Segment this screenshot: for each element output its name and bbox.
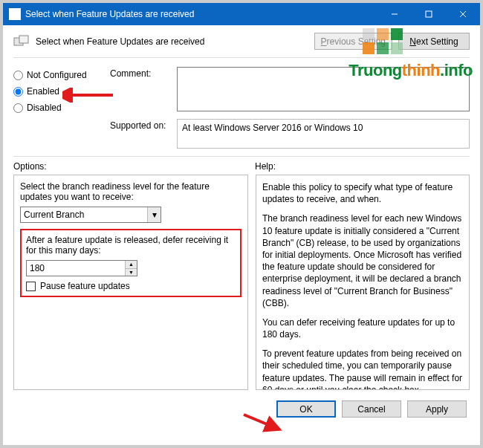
spinner-up-icon[interactable]: ▲ <box>126 261 137 269</box>
supported-on-label: Supported on: <box>110 119 177 149</box>
maximize-button[interactable] <box>412 3 446 25</box>
defer-days-value: 180 <box>30 263 45 273</box>
state-radiogroup: Not Configured Enabled Disabled <box>13 67 110 149</box>
ok-button[interactable]: OK <box>276 400 336 418</box>
help-text: Enable this policy to specify what type … <box>262 181 463 205</box>
cancel-button[interactable]: Cancel <box>342 400 401 418</box>
spinner-down-icon[interactable]: ▼ <box>126 269 137 276</box>
next-setting-button[interactable]: Next Setting <box>398 33 470 50</box>
defer-days-spinner[interactable]: 180 ▲ ▼ <box>26 260 137 276</box>
options-pane: Select the branch readiness level for th… <box>13 175 248 390</box>
policy-icon <box>13 35 30 48</box>
titlebar: Select when Feature Updates are received <box>3 3 480 25</box>
spinner-buttons[interactable]: ▲ ▼ <box>125 261 137 276</box>
section-labels: Options: Help: <box>3 161 480 175</box>
chevron-down-icon: ▾ <box>147 207 161 222</box>
options-label: Options: <box>13 161 255 172</box>
branch-readiness-label: Select the branch readiness level for th… <box>20 181 242 202</box>
help-text: To prevent feature updates from being re… <box>262 348 463 390</box>
pause-feature-updates-checkbox[interactable] <box>26 282 36 291</box>
branch-readiness-combobox[interactable]: Current Branch ▾ <box>20 207 161 223</box>
top-config-panel: Not Configured Enabled Disabled Comment:… <box>3 64 480 156</box>
annotation-red-box: After a feature update is released, defe… <box>20 229 242 297</box>
branch-readiness-value: Current Branch <box>24 210 84 220</box>
defer-days-label: After a feature update is released, defe… <box>26 235 236 256</box>
comment-label: Comment: <box>110 67 177 111</box>
window-title: Select when Feature Updates are received <box>25 9 377 19</box>
radio-enabled-label: Enabled <box>27 86 59 97</box>
help-pane[interactable]: Enable this policy to specify what type … <box>256 175 470 390</box>
help-label: Help: <box>255 161 276 172</box>
comment-input[interactable] <box>177 67 470 111</box>
svg-rect-1 <box>426 11 432 17</box>
close-button[interactable] <box>446 3 480 25</box>
panes: Select the branch readiness level for th… <box>3 175 480 390</box>
supported-on-value: At least Windows Server 2016 or Windows … <box>177 119 470 149</box>
help-text: You can defer receiving feature updates … <box>262 316 463 340</box>
divider <box>13 57 470 58</box>
header-row: Select when Feature Updates are received… <box>3 25 480 54</box>
help-text: The branch readiness level for each new … <box>262 212 463 309</box>
radio-disabled-label: Disabled <box>27 103 62 113</box>
apply-button[interactable]: Apply <box>407 400 467 418</box>
page-title: Select when Feature Updates are received <box>36 36 308 47</box>
radio-disabled[interactable] <box>13 103 23 113</box>
pause-feature-updates-label: Pause feature updates <box>40 281 130 291</box>
radio-not-configured-label: Not Configured <box>27 70 87 80</box>
svg-rect-5 <box>19 36 28 43</box>
radio-enabled[interactable] <box>13 87 23 97</box>
dialog-button-row: OK Cancel Apply <box>3 390 480 418</box>
gpedit-icon <box>9 8 21 20</box>
previous-setting-button[interactable]: Previous Setting <box>314 33 392 50</box>
divider <box>13 156 470 157</box>
minimize-button[interactable] <box>377 3 412 25</box>
radio-not-configured[interactable] <box>13 71 23 80</box>
